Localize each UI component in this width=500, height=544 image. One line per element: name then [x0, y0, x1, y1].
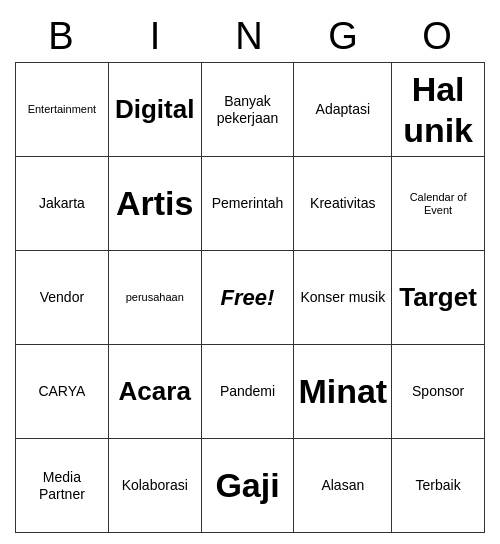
cell-text-12: Free! [221, 285, 275, 311]
cell-text-21: Kolaborasi [122, 477, 188, 494]
cell-text-19: Sponsor [412, 383, 464, 400]
cell-text-3: Adaptasi [316, 101, 370, 118]
cell-text-23: Alasan [321, 477, 364, 494]
cell-text-4: Hal unik [396, 69, 480, 151]
bingo-cell-1: Digital [109, 63, 202, 158]
bingo-grid: EntertainmentDigitalBanyak pekerjaanAdap… [15, 62, 485, 534]
cell-text-2: Banyak pekerjaan [206, 93, 290, 127]
header-letter-G: G [297, 11, 391, 62]
cell-text-8: Kreativitas [310, 195, 375, 212]
header-letter-N: N [203, 11, 297, 62]
cell-text-17: Pandemi [220, 383, 275, 400]
bingo-cell-13: Konser musik [294, 251, 392, 345]
bingo-cell-16: Acara [109, 345, 202, 439]
header-letter-B: B [15, 11, 109, 62]
cell-text-6: Artis [116, 183, 193, 224]
cell-text-16: Acara [119, 376, 191, 407]
bingo-cell-3: Adaptasi [294, 63, 392, 158]
bingo-cell-8: Kreativitas [294, 157, 392, 251]
cell-text-14: Target [399, 282, 477, 313]
bingo-header: BINGO [15, 11, 485, 62]
bingo-cell-9: Calendar of Event [392, 157, 485, 251]
bingo-cell-19: Sponsor [392, 345, 485, 439]
cell-text-10: Vendor [40, 289, 84, 306]
cell-text-18: Minat [298, 371, 387, 412]
cell-text-0: Entertainment [28, 103, 96, 116]
bingo-cell-18: Minat [294, 345, 392, 439]
bingo-cell-2: Banyak pekerjaan [202, 63, 295, 158]
bingo-cell-10: Vendor [16, 251, 109, 345]
cell-text-24: Terbaik [416, 477, 461, 494]
cell-text-13: Konser musik [300, 289, 385, 306]
bingo-cell-7: Pemerintah [202, 157, 295, 251]
bingo-cell-17: Pandemi [202, 345, 295, 439]
bingo-cell-24: Terbaik [392, 439, 485, 533]
cell-text-20: Media Partner [20, 469, 104, 503]
header-letter-O: O [391, 11, 485, 62]
cell-text-1: Digital [115, 94, 194, 125]
header-letter-I: I [109, 11, 203, 62]
bingo-cell-5: Jakarta [16, 157, 109, 251]
bingo-cell-20: Media Partner [16, 439, 109, 533]
cell-text-22: Gaji [215, 465, 279, 506]
bingo-cell-23: Alasan [294, 439, 392, 533]
bingo-cell-15: CARYA [16, 345, 109, 439]
bingo-cell-22: Gaji [202, 439, 295, 533]
bingo-cell-11: perusahaan [109, 251, 202, 345]
cell-text-11: perusahaan [126, 291, 184, 304]
cell-text-7: Pemerintah [212, 195, 284, 212]
bingo-cell-14: Target [392, 251, 485, 345]
cell-text-5: Jakarta [39, 195, 85, 212]
bingo-cell-21: Kolaborasi [109, 439, 202, 533]
bingo-cell-12: Free! [202, 251, 295, 345]
bingo-cell-6: Artis [109, 157, 202, 251]
bingo-cell-4: Hal unik [392, 63, 485, 158]
bingo-card: BINGO EntertainmentDigitalBanyak pekerja… [15, 11, 485, 534]
cell-text-15: CARYA [38, 383, 85, 400]
bingo-cell-0: Entertainment [16, 63, 109, 158]
cell-text-9: Calendar of Event [396, 191, 480, 217]
